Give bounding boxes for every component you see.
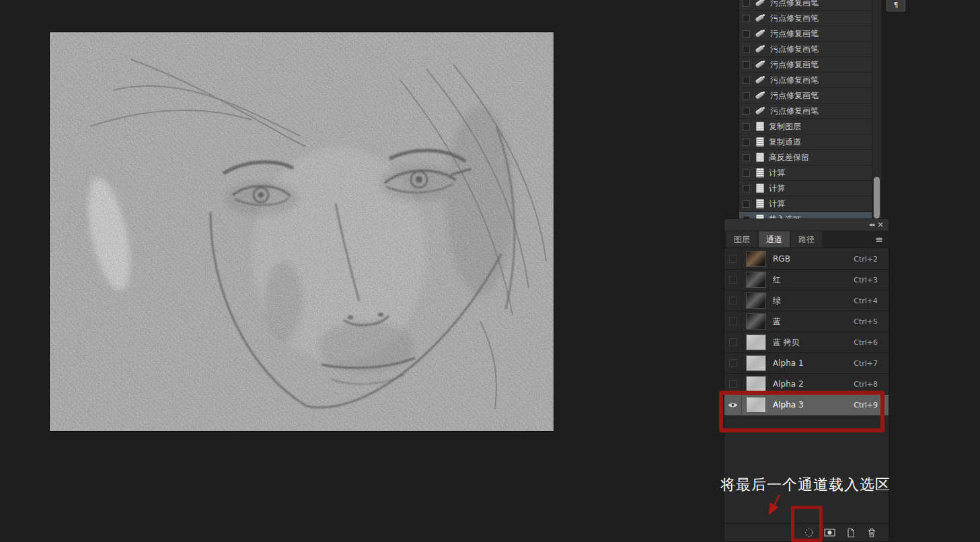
close-panel-icon[interactable]: ×	[877, 220, 884, 229]
visibility-toggle[interactable]	[724, 270, 742, 290]
history-item[interactable]: 污点修复画笔	[739, 11, 872, 26]
history-item[interactable]: 污点修复画笔	[739, 57, 872, 73]
history-item[interactable]: 复制图层	[739, 119, 872, 134]
channel-row-alpha1[interactable]: Alpha 1 Ctrl+7	[724, 353, 889, 374]
history-item[interactable]: 污点修复画笔	[739, 104, 872, 119]
channel-shortcut: Ctrl+5	[854, 317, 878, 326]
visibility-empty-box	[729, 297, 737, 305]
history-item[interactable]: 计算	[739, 181, 872, 196]
channel-thumbnail	[746, 313, 766, 330]
channel-row-rgb[interactable]: RGB Ctrl+2	[724, 249, 889, 270]
history-source-checkbox[interactable]	[743, 30, 750, 38]
history-item-label: 污点修复画笔	[770, 28, 819, 40]
tab-layers[interactable]: 图层	[726, 231, 757, 247]
channel-shortcut: Ctrl+8	[854, 380, 878, 389]
new-channel-button[interactable]	[845, 527, 857, 539]
history-item[interactable]: 复制通道	[739, 134, 872, 150]
history-source-checkbox[interactable]	[743, 61, 750, 69]
channel-name: Alpha 2	[773, 379, 804, 389]
history-item[interactable]: 污点修复画笔	[739, 88, 872, 104]
spot-healing-brush-icon	[755, 44, 765, 54]
history-source-checkbox[interactable]	[743, 108, 750, 115]
spot-healing-brush-icon	[755, 91, 765, 100]
channels-panel-titlebar[interactable]: ◀◀ ×	[724, 219, 889, 231]
eye-icon	[728, 402, 738, 408]
collapse-panel-icon[interactable]: ◀◀	[869, 222, 874, 227]
history-source-checkbox[interactable]	[743, 200, 750, 208]
history-state-icon	[756, 184, 764, 193]
channel-shortcut: Ctrl+9	[854, 401, 878, 410]
channel-thumbnail	[746, 251, 766, 267]
history-state-icon	[756, 168, 764, 178]
history-item-label: 污点修复画笔	[770, 75, 819, 86]
history-source-checkbox[interactable]	[743, 46, 750, 53]
new-page-icon	[846, 528, 856, 538]
load-channel-as-selection-button[interactable]	[803, 527, 815, 539]
history-source-checkbox[interactable]	[743, 123, 750, 130]
history-item[interactable]: 高反差保留	[739, 150, 872, 165]
channel-thumbnail	[746, 397, 766, 413]
paragraph-panel-icon: ¶	[894, 1, 899, 9]
channel-thumbnail	[746, 293, 766, 309]
history-state-icon	[756, 199, 764, 208]
tab-paths[interactable]: 路径	[791, 231, 822, 247]
visibility-toggle[interactable]	[724, 249, 742, 269]
channel-row-green[interactable]: 绿 Ctrl+4	[724, 291, 889, 311]
history-source-checkbox[interactable]	[743, 185, 750, 192]
history-item[interactable]: 污点修复画笔	[739, 26, 872, 42]
channel-name: 绿	[773, 295, 781, 307]
delete-channel-button[interactable]	[866, 527, 878, 539]
panel-menu-icon[interactable]: ≡	[875, 234, 883, 245]
history-item-label: 计算	[769, 167, 785, 179]
history-scrollbar[interactable]	[872, 0, 881, 222]
history-item[interactable]: 计算	[739, 196, 872, 212]
channel-thumbnail	[746, 272, 766, 288]
history-item[interactable]: 计算	[739, 165, 872, 181]
history-state-icon	[756, 122, 764, 131]
channel-row-blue[interactable]: 蓝 Ctrl+5	[724, 311, 889, 332]
visibility-toggle[interactable]	[724, 353, 742, 373]
history-item-label: 复制图层	[769, 121, 801, 132]
tab-channels[interactable]: 通道	[759, 231, 790, 247]
history-source-checkbox[interactable]	[743, 15, 750, 22]
channel-thumbnail	[746, 376, 766, 392]
history-item[interactable]: 污点修复画笔	[739, 0, 872, 11]
visibility-toggle[interactable]	[724, 291, 742, 311]
history-item-label: 污点修复画笔	[770, 90, 819, 102]
visibility-empty-box	[729, 359, 737, 367]
channel-row-alpha3[interactable]: Alpha 3 Ctrl+9	[724, 395, 889, 416]
history-scrollbar-thumb[interactable]	[874, 177, 880, 219]
visibility-toggle[interactable]	[724, 311, 742, 332]
spot-healing-brush-icon	[755, 29, 765, 38]
photoshop-app: 污点修复画笔 污点修复画笔 污点修复画笔 污点修复画笔 污点修复画笔 污点修复画…	[0, 0, 980, 542]
docked-panel-tab[interactable]: ¶	[887, 0, 905, 11]
history-source-checkbox[interactable]	[743, 169, 750, 177]
history-source-checkbox[interactable]	[743, 77, 750, 84]
channel-row-blue-copy[interactable]: 蓝 拷贝 Ctrl+6	[724, 332, 889, 353]
visibility-toggle[interactable]	[724, 374, 742, 394]
history-item-label: 污点修复画笔	[770, 13, 819, 24]
history-item[interactable]: 污点修复画笔	[739, 73, 872, 88]
visibility-empty-box	[729, 317, 737, 325]
channel-row-alpha2[interactable]: Alpha 2 Ctrl+8	[724, 374, 889, 395]
history-source-checkbox[interactable]	[743, 0, 750, 7]
history-state-icon	[756, 137, 764, 147]
history-item-label: 污点修复画笔	[770, 59, 819, 71]
history-source-checkbox[interactable]	[743, 154, 750, 161]
document-canvas[interactable]	[50, 32, 554, 431]
history-item-label: 计算	[769, 183, 785, 194]
spot-healing-brush-icon	[755, 13, 765, 23]
channel-name: 红	[773, 274, 781, 286]
history-item[interactable]: 污点修复画笔	[739, 42, 872, 57]
panel-tabbar: 图层 通道 路径 ≡	[724, 231, 889, 248]
visibility-toggle[interactable]	[724, 395, 742, 415]
history-state-icon	[756, 153, 764, 162]
history-source-checkbox[interactable]	[743, 92, 750, 100]
save-selection-as-channel-button[interactable]	[824, 527, 836, 539]
history-item-label: 计算	[769, 198, 785, 210]
channel-row-red[interactable]: 红 Ctrl+3	[724, 270, 889, 291]
history-source-checkbox[interactable]	[743, 139, 750, 146]
visibility-toggle[interactable]	[724, 332, 742, 352]
visibility-empty-box	[729, 276, 737, 284]
embossed-portrait-image	[50, 32, 554, 431]
